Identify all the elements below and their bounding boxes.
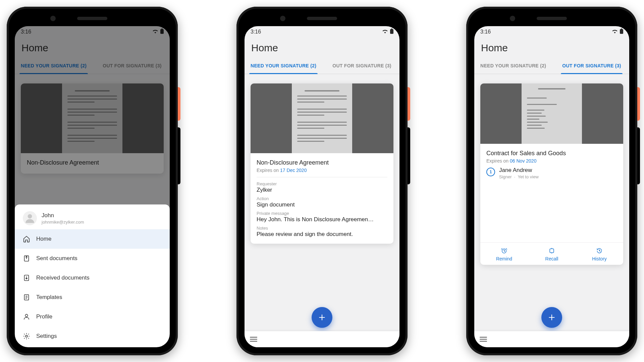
signer-meta: Signer · Yet to view [499,174,539,179]
drawer-item-settings[interactable]: Settings [15,326,170,346]
user-name: John [42,212,84,219]
drawer-item-label: Templates [36,294,62,301]
document-card[interactable]: Non-Disclosure Agreement Expires on 17 D… [251,83,393,244]
private-message-value: Hey John. This is Non Disclosure Agreeme… [257,216,387,223]
drawer-user-row[interactable]: John johnmike@zylker.com [15,204,170,229]
history-button[interactable]: History [576,243,623,265]
card-actions: Remind Recall History [480,242,623,265]
tab-out-for-signature[interactable]: OUT FOR SIGNATURE (3) [561,61,623,74]
page-title: Home [474,38,629,55]
wifi-icon [612,29,618,35]
recall-icon [548,247,555,254]
requester-label: Requester [257,181,387,186]
svg-point-6 [25,314,28,317]
tab-out-for-signature[interactable]: OUT FOR SIGNATURE (3) [331,61,393,74]
wifi-icon [382,29,388,35]
drawer-item-label: Sent documents [36,255,77,262]
action-label: Action [257,196,387,201]
document-title: Contract for Sales and Goods [486,150,617,157]
battery-icon [620,28,623,35]
requester-value: Zylker [257,187,387,193]
home-icon [23,235,30,243]
tabs: NEED YOUR SIGNATURE (2) OUT FOR SIGNATUR… [245,55,399,74]
document-thumbnail [480,83,623,144]
fab-add-button[interactable] [312,307,332,328]
bottom-bar [245,331,399,347]
phone-frame-2: 3:16 Home NEED YOUR SIGNATURE (2) OUT FO… [236,7,408,355]
drawer-item-profile[interactable]: Profile [15,307,170,326]
drawer-item-label: Home [36,236,51,242]
plus-icon [318,313,326,322]
bottom-bar [474,331,629,347]
notes-value: Please review and sign the document. [257,231,387,238]
expiry-text: Expires on 17 Dec 2020 [257,168,387,173]
svg-rect-11 [621,28,622,29]
svg-rect-9 [391,28,392,29]
drawer-item-label: Received documents [36,275,90,281]
fab-add-button[interactable] [541,307,562,328]
signer-name: Jane Andrew [499,167,539,174]
tabs: NEED YOUR SIGNATURE (2) OUT FOR SIGNATUR… [474,55,629,74]
recall-button[interactable]: Recall [528,243,576,265]
drawer-item-received[interactable]: Received documents [15,268,170,288]
status-bar: 3:16 [474,26,629,38]
document-title: Non-Disclosure Agreement [257,159,387,166]
phone-frame-1: 3:16 Home NEED YOUR SIGNATURE (2) OUT FO… [7,7,178,355]
menu-button[interactable] [480,337,487,342]
page-title: Home [245,38,399,55]
gear-icon [23,333,30,340]
history-icon [596,247,603,254]
notes-label: Notes [257,226,387,231]
expiry-text: Expires on 06 Nov 2020 [486,158,617,164]
document-thumbnail [251,83,393,153]
menu-button[interactable] [250,337,257,342]
templates-icon [23,294,30,301]
received-doc-icon [23,274,30,282]
svg-rect-10 [620,29,623,34]
document-card[interactable]: Contract for Sales and Goods Expires on … [480,83,623,265]
private-message-label: Private message [257,211,387,216]
drawer-item-home[interactable]: Home [15,229,170,249]
svg-rect-8 [390,29,393,34]
tab-need-signature[interactable]: NEED YOUR SIGNATURE (2) [479,61,547,74]
profile-icon [23,313,30,320]
drawer-item-label: Profile [36,313,52,320]
drawer-item-sent[interactable]: Sent documents [15,249,170,268]
svg-point-2 [28,214,32,219]
status-bar: 3:16 [245,26,399,38]
drawer-item-label: Settings [36,333,57,340]
remind-button[interactable]: Remind [480,243,528,265]
signer-row: 1 Jane Andrew Signer · Yet to view [486,167,617,179]
status-time: 3:16 [251,29,261,35]
tab-need-signature[interactable]: NEED YOUR SIGNATURE (2) [249,61,318,74]
svg-rect-13 [550,249,554,253]
phone-frame-3: 3:16 Home NEED YOUR SIGNATURE (2) OUT FO… [466,7,637,355]
status-time: 3:16 [480,29,491,35]
alarm-icon [501,247,507,254]
signer-index-badge: 1 [486,168,495,176]
avatar-icon [23,211,37,225]
user-email: johnmike@zylker.com [42,220,84,225]
action-value: Sign document [257,201,387,208]
sent-doc-icon [23,255,30,262]
navigation-drawer: John johnmike@zylker.com Home Sent docum… [15,204,170,347]
drawer-item-templates[interactable]: Templates [15,288,170,307]
battery-icon [390,28,393,35]
plus-icon [547,313,556,322]
svg-point-7 [25,335,28,337]
